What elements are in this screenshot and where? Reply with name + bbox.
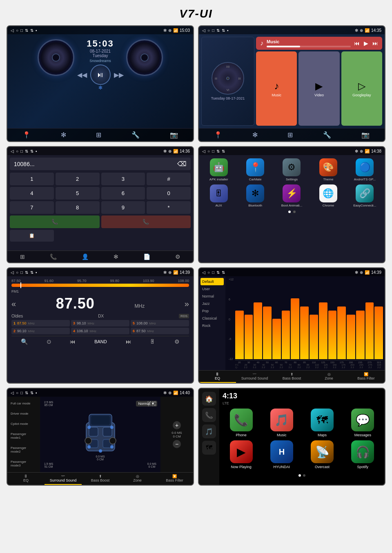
eq-tab-eq[interactable]: 🎚EQ [199, 371, 236, 383]
play-track[interactable]: ▶ [364, 40, 368, 47]
cp-home-icon[interactable]: 🏠 [202, 392, 216, 406]
key-1[interactable]: 1 [10, 173, 54, 185]
eq-bar-3[interactable] [263, 306, 272, 359]
recents-icon[interactable]: □ [20, 28, 23, 33]
back-5[interactable]: ◁ [11, 270, 14, 275]
dial-call-icon[interactable]: 📞 [50, 253, 57, 260]
preset-classical[interactable]: Classical [200, 315, 224, 322]
nav-set-2[interactable]: 🔧 [323, 131, 331, 139]
nav-location[interactable]: 📍 [22, 131, 31, 139]
key-3[interactable]: 3 [101, 173, 145, 185]
preset-normal[interactable]: Normal [200, 293, 224, 300]
freq-bar[interactable] [11, 284, 189, 287]
eq-bar-8[interactable] [310, 315, 318, 359]
surround-tab-filter[interactable]: 🔽Bass Filter [156, 473, 193, 485]
cp-music-icon[interactable]: 🎵 [202, 424, 216, 438]
key-2[interactable]: 2 [56, 173, 100, 185]
eq-bar-0[interactable] [235, 311, 244, 359]
home-icon-2[interactable]: ○ [207, 28, 210, 33]
app-music[interactable]: ♪ Music [256, 51, 297, 126]
eq-bar-15[interactable] [374, 306, 383, 359]
cp-app-maps[interactable]: 🗺 Maps [304, 409, 341, 437]
nav-cam-2[interactable]: 📷 [361, 131, 370, 139]
key-9[interactable]: 9 [101, 201, 145, 214]
dial-bt-icon[interactable]: ✻ [114, 253, 118, 260]
back-3[interactable]: ◁ [11, 149, 14, 153]
radio-prev-btn[interactable]: « [11, 299, 16, 309]
key-hash[interactable]: # [147, 173, 191, 185]
mode-passenger1[interactable]: Passenger mode1 [9, 431, 38, 441]
eq-bar-2[interactable] [254, 302, 262, 359]
eq-bar-14[interactable] [365, 302, 374, 359]
cp-app-nowplaying[interactable]: ▶ Now Playing [223, 440, 260, 469]
radio-next-icon[interactable]: ⏭ [126, 338, 131, 345]
home-icon[interactable]: ○ [16, 28, 18, 33]
nav-apps[interactable]: ⊞ [96, 131, 101, 139]
cp-app-overcast[interactable]: 📡 Overcast [304, 440, 341, 469]
nav-apps-2[interactable]: ⊞ [287, 131, 293, 139]
eq-tab-filter[interactable]: 🔽Bass Filter [347, 371, 385, 383]
next-btn[interactable]: ▶▶ [114, 71, 124, 79]
preset-1[interactable]: 1 87.50 MHz [11, 320, 70, 326]
recents-4[interactable]: □ [212, 149, 214, 153]
app-video[interactable]: ▶ Video [298, 51, 339, 126]
app-androits[interactable]: 🔵 AndroITS GP... [348, 158, 381, 181]
next-track[interactable]: ⏭ [372, 40, 378, 47]
app-easyconn[interactable]: 🔗 EasyConnecti... [348, 184, 381, 207]
surround-tab-bass[interactable]: ⬆Bass Boost [82, 473, 119, 485]
app-settings-item[interactable]: ⚙ Settings [275, 158, 308, 181]
cp-app-messages[interactable]: 💬 Messages [344, 409, 381, 437]
back-icon-2[interactable]: ◁ [202, 28, 205, 33]
radio-eq-icon[interactable]: 🎚 [150, 338, 156, 345]
key-7[interactable]: 7 [10, 201, 54, 214]
back-4[interactable]: ◁ [202, 149, 205, 153]
eq-bar-4[interactable] [272, 319, 281, 360]
end-call-btn[interactable]: 📞 [101, 215, 191, 228]
home-5[interactable]: ○ [16, 270, 18, 275]
cp-app-phone[interactable]: 📞 Phone [223, 409, 260, 437]
app-chrome[interactable]: 🌐 Chrome [312, 184, 345, 207]
radio-settings-icon[interactable]: ⚙ [174, 338, 180, 345]
preset-default[interactable]: Default [200, 278, 224, 285]
app-googleplay[interactable]: ▷ Googleplay [341, 51, 382, 126]
home-3[interactable]: ○ [16, 149, 18, 153]
mode-driver[interactable]: Driver mode [9, 411, 38, 417]
eq-bar-6[interactable] [291, 298, 299, 359]
key-4[interactable]: 4 [10, 187, 54, 200]
dial-settings-icon[interactable]: ⚙ [175, 253, 180, 260]
eq-bar-10[interactable] [328, 311, 337, 359]
minus-btn[interactable]: − [173, 440, 181, 448]
music-widget[interactable]: ♪ Music ⏮ ▶ ⏭ [256, 37, 382, 50]
nav-loc-2[interactable]: 📍 [214, 131, 222, 139]
nav-settings[interactable]: 🔧 [131, 131, 140, 139]
mode-cpilot[interactable]: Cpilot mode [9, 421, 38, 427]
preset-user[interactable]: User [200, 285, 224, 293]
back-7[interactable]: ◁ [11, 391, 14, 395]
preset-4[interactable]: 4 106.10 MHz [71, 328, 129, 334]
cp-map-icon[interactable]: 🗺 [202, 441, 216, 455]
dial-file-icon[interactable]: 📄 [143, 253, 150, 260]
recents-icon-2[interactable]: □ [212, 28, 214, 33]
preset-pop[interactable]: Pop [200, 307, 224, 315]
plus-btn[interactable]: + [173, 421, 181, 429]
nav-bt[interactable]: ✻ [61, 131, 66, 139]
recents-7[interactable]: □ [20, 391, 23, 395]
key-0[interactable]: 0 [147, 187, 191, 200]
cp-phone-icon[interactable]: 📞 [202, 408, 216, 422]
nav-camera[interactable]: 📷 [170, 131, 178, 139]
app-boot-anim[interactable]: ⚡ Boot Animati... [275, 184, 308, 207]
key-6[interactable]: 6 [101, 187, 145, 200]
preset-rock[interactable]: Rock [200, 322, 224, 329]
preset-3[interactable]: 3 98.10 MHz [71, 320, 129, 326]
eq-bar-9[interactable] [319, 302, 327, 359]
key-star[interactable]: * [147, 201, 191, 214]
app-aux[interactable]: 🎚 AUX [202, 184, 235, 207]
radio-prev-icon[interactable]: ⏮ [70, 338, 76, 345]
prev-track[interactable]: ⏮ [354, 40, 360, 47]
mode-full-car[interactable]: Full car mode [9, 400, 38, 406]
music-progress-bar[interactable] [267, 46, 351, 47]
preset-2[interactable]: 2 90.10 MHz [11, 328, 70, 334]
surround-tab-surround[interactable]: 〰Surround Sound [45, 473, 82, 485]
radio-next-btn[interactable]: » [185, 299, 189, 309]
delete-btn[interactable]: ⌫ [177, 160, 187, 168]
